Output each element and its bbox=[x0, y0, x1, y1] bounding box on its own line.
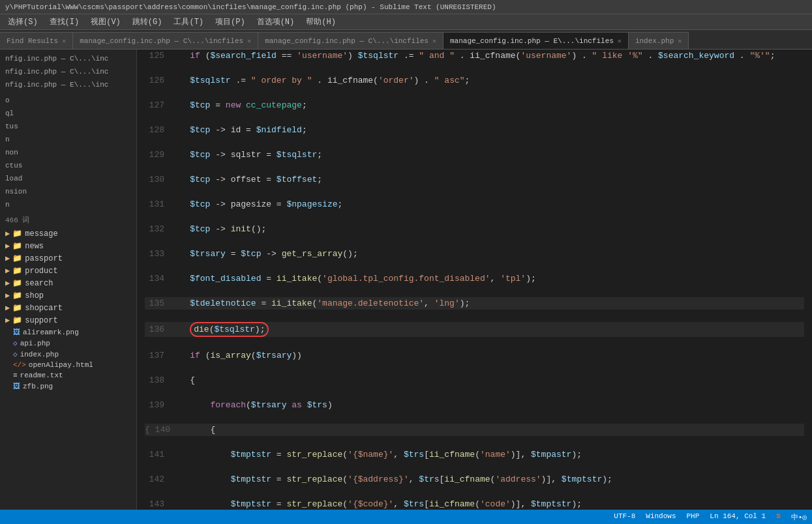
open-file-1: nfig.inc.php — C\...\inc bbox=[0, 52, 136, 65]
folder-label: passport bbox=[25, 254, 63, 263]
sidebar: nfig.inc.php — C\...\inc nfig.inc.php — … bbox=[0, 50, 137, 510]
open-file-2: nfig.inc.php — C\...\inc bbox=[0, 65, 136, 78]
folder-icon: ▶ bbox=[5, 229, 10, 239]
menu-item[interactable]: 视图(V) bbox=[85, 15, 126, 29]
status-bar: UTF-8 Windows PHP Ln 164, Col 1 S 中•◎ bbox=[0, 510, 812, 524]
file-label: openAlipay.html bbox=[29, 361, 93, 369]
code-lines: 125 if ($search_field == 'username') $ts… bbox=[137, 50, 812, 510]
file-label: zfb.png bbox=[23, 383, 53, 390]
file-icon: ◇ bbox=[13, 350, 18, 358]
status-line-ending: Windows bbox=[646, 512, 676, 522]
folder-icon: 📁 bbox=[12, 278, 22, 288]
folder-label: search bbox=[25, 279, 53, 288]
close-icon[interactable]: ✕ bbox=[247, 37, 251, 45]
menu-item[interactable]: 首选项(N) bbox=[252, 15, 300, 29]
close-icon[interactable]: ✕ bbox=[618, 37, 622, 45]
menu-item[interactable]: 项目(P) bbox=[210, 15, 250, 29]
folder-icon: ▶ bbox=[5, 303, 10, 313]
file-icon: 🖼 bbox=[13, 382, 20, 390]
word-count: 466 词 bbox=[0, 211, 136, 227]
folder-icon: 📁 bbox=[12, 266, 22, 276]
misc-ql: ql bbox=[0, 107, 136, 120]
tab-manage-3[interactable]: manage_config.inc.php — E\...\incfiles ✕ bbox=[444, 32, 629, 49]
tab-manage-2[interactable]: manage_config.inc.php — C\...\incfiles ✕ bbox=[258, 32, 444, 49]
folder-icon: 📁 bbox=[12, 291, 22, 300]
sidebar-item-shopcart[interactable]: ▶ 📁 shopcart bbox=[0, 302, 136, 314]
misc-nsion: nsion bbox=[0, 185, 136, 198]
tab-label: manage_config.inc.php — C\...\incfiles bbox=[80, 37, 243, 45]
sidebar-item-support[interactable]: ▶ 📁 support bbox=[0, 314, 136, 327]
folder-icon: 📁 bbox=[12, 229, 22, 239]
sidebar-item-news[interactable]: ▶ 📁 news bbox=[0, 240, 136, 252]
tab-manage-1[interactable]: manage_config.inc.php — C\...\incfiles ✕ bbox=[73, 32, 258, 49]
close-icon[interactable]: ✕ bbox=[678, 37, 682, 45]
sidebar-file-api[interactable]: ◇ api.php bbox=[0, 338, 136, 349]
status-encoding: UTF-8 bbox=[614, 512, 635, 522]
folder-icon: 📁 bbox=[12, 241, 22, 251]
misc-non: non bbox=[0, 146, 136, 159]
title-bar: y\PHPTutorial\WWW\cscms\passport\address… bbox=[0, 0, 812, 14]
folder-icon: ▶ bbox=[5, 278, 10, 288]
tab-bar: Find Results ✕ manage_config.inc.php — C… bbox=[0, 30, 812, 50]
sidebar-file-openalipay[interactable]: </> openAlipay.html bbox=[0, 360, 136, 370]
tab-label: manage_config.inc.php — C\...\incfiles bbox=[265, 37, 429, 45]
code-container: 125 if ($search_field == 'username') $ts… bbox=[137, 50, 812, 510]
folder-icon: ▶ bbox=[5, 241, 10, 251]
file-icon: 🖼 bbox=[13, 328, 20, 336]
sidebar-file-index[interactable]: ◇ index.php bbox=[0, 349, 136, 360]
title-text: y\PHPTutorial\WWW\cscms\passport\address… bbox=[5, 3, 496, 11]
folder-icon: ▶ bbox=[5, 315, 10, 325]
file-icon: </> bbox=[13, 361, 26, 369]
sidebar-item-message[interactable]: ▶ 📁 message bbox=[0, 227, 136, 240]
code-editor[interactable]: 125 if ($search_field == 'username') $ts… bbox=[137, 50, 812, 510]
folder-label: shopcart bbox=[25, 304, 63, 313]
sidebar-item-product[interactable]: ▶ 📁 product bbox=[0, 265, 136, 277]
file-label: api.php bbox=[20, 340, 50, 347]
folder-icon: 📁 bbox=[12, 254, 22, 263]
misc-ctus: ctus bbox=[0, 159, 136, 172]
misc-n2: n bbox=[0, 198, 136, 211]
close-icon[interactable]: ✕ bbox=[62, 37, 66, 45]
status-position: Ln 164, Col 1 bbox=[710, 512, 766, 522]
folder-icon: 📁 bbox=[12, 315, 22, 325]
misc-tus: tus bbox=[0, 120, 136, 133]
tab-label: manage_config.inc.php — E\...\incfiles bbox=[450, 37, 614, 45]
folder-label: product bbox=[25, 267, 57, 276]
status-language: PHP bbox=[687, 512, 700, 522]
menu-item[interactable]: 查找(I) bbox=[44, 15, 85, 29]
folder-icon: ▶ bbox=[5, 291, 10, 300]
sidebar-item-search[interactable]: ▶ 📁 search bbox=[0, 277, 136, 289]
tab-find-results[interactable]: Find Results ✕ bbox=[0, 32, 73, 49]
folder-icon: ▶ bbox=[5, 266, 10, 276]
main-area: nfig.inc.php — C\...\inc nfig.inc.php — … bbox=[0, 50, 812, 510]
menu-item[interactable]: 跳转(G) bbox=[127, 15, 168, 29]
file-icon: ◇ bbox=[13, 339, 18, 347]
tab-label: index.php bbox=[635, 37, 674, 45]
menu-item[interactable]: 帮助(H) bbox=[301, 15, 341, 29]
file-label: alireamrk.png bbox=[23, 328, 79, 336]
folder-icon: ▶ bbox=[5, 254, 10, 263]
tab-index[interactable]: index.php ✕ bbox=[629, 32, 689, 49]
misc-o: o bbox=[0, 94, 136, 107]
misc-load: load bbox=[0, 172, 136, 185]
sidebar-file-alireamrk[interactable]: 🖼 alireamrk.png bbox=[0, 327, 136, 338]
file-icon: ≡ bbox=[13, 371, 18, 379]
menu-item[interactable]: 工具(T) bbox=[168, 15, 209, 29]
sidebar-file-readme[interactable]: ≡ readme.txt bbox=[0, 370, 136, 381]
folder-label: news bbox=[25, 242, 44, 251]
close-icon[interactable]: ✕ bbox=[432, 37, 436, 45]
folder-label: support bbox=[25, 316, 57, 325]
open-files-section: nfig.inc.php — C\...\inc nfig.inc.php — … bbox=[0, 50, 136, 94]
status-right: UTF-8 Windows PHP Ln 164, Col 1 S 中•◎ bbox=[614, 512, 807, 522]
status-locale: 中•◎ bbox=[791, 512, 807, 522]
menu-bar: 选择(S) 查找(I) 视图(V) 跳转(G) 工具(T) 项目(P) 首选项(… bbox=[0, 14, 812, 30]
sidebar-item-passport[interactable]: ▶ 📁 passport bbox=[0, 252, 136, 265]
misc-n: n bbox=[0, 133, 136, 146]
menu-item[interactable]: 选择(S) bbox=[3, 15, 43, 29]
sidebar-file-zfb[interactable]: 🖼 zfb.png bbox=[0, 381, 136, 392]
sidebar-item-shop[interactable]: ▶ 📁 shop bbox=[0, 289, 136, 302]
open-file-3: nfig.inc.php — E\...\inc bbox=[0, 78, 136, 91]
folder-label: shop bbox=[25, 291, 44, 300]
folder-label: message bbox=[25, 229, 57, 239]
file-label: index.php bbox=[20, 351, 59, 358]
